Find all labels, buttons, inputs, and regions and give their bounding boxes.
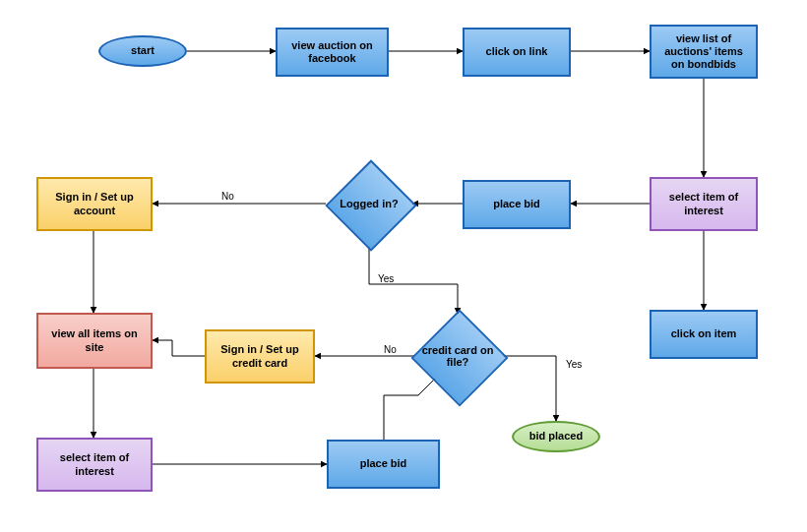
credit-card-decision: credit card on file? [411,310,504,402]
view-auction-fb-label: view auction on facebook [283,39,381,65]
edge-label-logged-yes: Yes [378,273,394,284]
view-list-box: view list of auctions' items on bondbids [650,25,758,79]
select-item-2-label: select item of interest [44,451,145,477]
view-all-items-label: view all items on site [44,327,145,353]
credit-card-label: credit card on file? [417,344,498,368]
click-link-label: click on link [486,45,548,58]
view-auction-fb-box: view auction on facebook [276,28,389,77]
signin-account-label: Sign in / Set up account [44,191,145,216]
place-bid-2-label: place bid [360,457,407,470]
edge-label-cc-no: No [384,344,397,355]
view-list-label: view list of auctions' items on bondbids [657,32,750,72]
click-item-box: click on item [650,310,758,359]
place-bid-1-label: place bid [493,198,540,210]
start-terminator: start [98,35,187,67]
view-all-items-box: view all items on site [36,313,153,369]
click-item-label: click on item [671,327,737,340]
select-item-1-label: select item of interest [657,191,750,216]
select-item-2-box: select item of interest [36,438,153,492]
start-label: start [131,44,155,57]
edge-label-cc-yes: Yes [566,359,582,370]
signin-cc-label: Sign in / Set up credit card [213,343,307,369]
signin-cc-box: Sign in / Set up credit card [205,329,315,384]
click-link-box: click on link [463,28,571,77]
flowchart-canvas: start view auction on facebook click on … [0,0,807,532]
bid-placed-terminator: bid placed [512,421,600,452]
logged-in-label: Logged in? [340,198,398,209]
place-bid-1-box: place bid [463,180,571,229]
edge-label-logged-no: No [221,191,234,202]
place-bid-2-box: place bid [327,440,440,489]
bid-placed-label: bid placed [529,430,583,443]
select-item-1-box: select item of interest [650,177,758,231]
signin-account-box: Sign in / Set up account [36,177,153,231]
logged-in-decision: Logged in? [326,160,412,247]
